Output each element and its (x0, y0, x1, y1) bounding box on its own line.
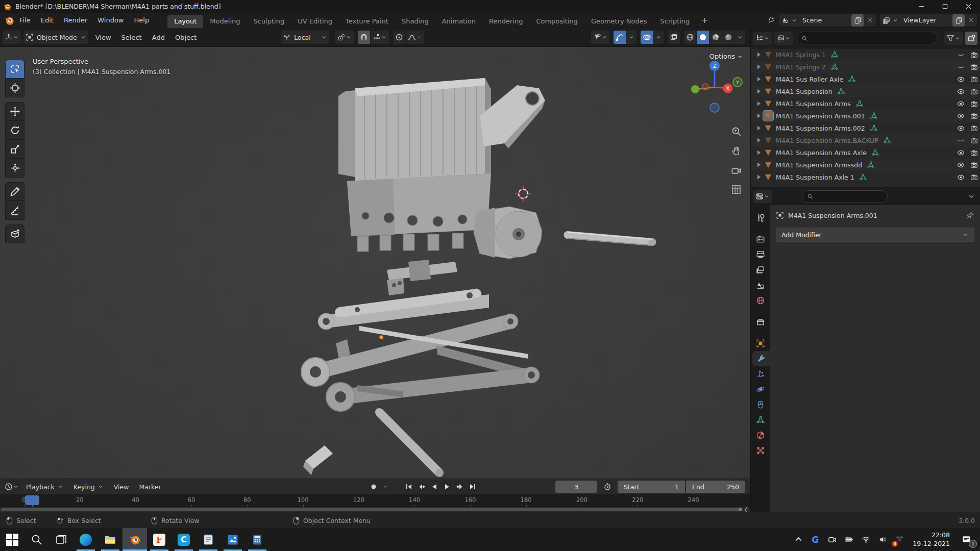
taskbar-search[interactable] (24, 528, 49, 551)
viewlayer-copy-button[interactable] (952, 14, 965, 27)
menu-help[interactable]: Help (129, 16, 155, 24)
taskbar-cura[interactable]: C (172, 528, 196, 551)
properties-tab-particles[interactable] (751, 366, 770, 382)
disable-render-toggle[interactable] (967, 124, 980, 132)
properties-tab-scene[interactable] (751, 278, 770, 293)
tool-rotate[interactable] (5, 121, 24, 140)
preview-range-toggle[interactable] (601, 480, 614, 493)
viewlayer-remove-button[interactable] (965, 14, 977, 27)
viewport-menu-add[interactable]: Add (147, 34, 170, 41)
viewlayer-name[interactable]: ViewLayer (898, 16, 952, 24)
outliner-row[interactable]: M4A1 Suspension Armssdd (751, 159, 980, 171)
taskbar-task-view[interactable] (49, 528, 74, 551)
scene-name[interactable]: Scene (797, 16, 851, 24)
expand-arrow-icon[interactable] (755, 99, 763, 108)
tool-add-cube[interactable] (5, 224, 24, 243)
taskbar-file-explorer[interactable] (98, 528, 122, 551)
properties-tab-physics[interactable] (751, 382, 770, 397)
xray-toggle[interactable] (668, 31, 680, 44)
snap-toggle[interactable] (358, 31, 370, 44)
tool-measure[interactable] (5, 201, 24, 220)
jump-to-end-button[interactable] (467, 480, 479, 493)
toggle-ortho-button[interactable] (728, 182, 744, 197)
expand-arrow-icon[interactable] (755, 136, 763, 144)
expand-arrow-icon[interactable] (755, 148, 763, 157)
tab-shading[interactable]: Shading (395, 15, 435, 28)
object-name[interactable]: M4A1 Suspension Arms Axle (776, 149, 867, 157)
minimize-button[interactable] (910, 0, 933, 13)
object-name[interactable]: M4A1 Sus Roller Axle (776, 76, 843, 83)
outliner-editor-selector[interactable] (753, 32, 772, 45)
hide-viewport-toggle[interactable] (954, 161, 967, 169)
properties-tab-render[interactable] (751, 232, 770, 247)
expand-arrow-icon[interactable] (755, 112, 763, 120)
jump-to-start-button[interactable] (403, 480, 415, 493)
timeline-menu-marker[interactable]: Marker (134, 483, 166, 491)
expand-arrow-icon[interactable] (755, 124, 763, 132)
properties-tab-object[interactable] (751, 336, 770, 351)
scene-unlink-button[interactable] (864, 14, 876, 27)
3d-viewport[interactable]: Object Mode ViewSelectAddObject Local (0, 28, 750, 479)
play-reverse-button[interactable] (428, 480, 440, 493)
taskbar-notepad[interactable] (196, 528, 220, 551)
overlays-settings[interactable] (653, 31, 664, 44)
autokey-settings[interactable] (380, 480, 390, 493)
pan-view-button[interactable] (728, 143, 744, 159)
object-name[interactable]: M4A1 Suspension (776, 88, 832, 95)
volume-icon[interactable] (876, 528, 889, 551)
next-keyframe-button[interactable] (454, 480, 466, 493)
outliner-row[interactable]: M4A1 Suspension Arms.BACKUP (751, 134, 980, 146)
navigation-gizmo[interactable]: Z X Y (685, 58, 744, 117)
outliner-row[interactable]: M4A1 Suspension Arms.001 (751, 110, 980, 122)
expand-arrow-icon[interactable] (755, 51, 763, 59)
disable-render-toggle[interactable] (967, 173, 980, 181)
dropbox-icon[interactable]: 4 (893, 528, 906, 551)
timeline-ruler[interactable]: 020406080100120140160180200220240 (0, 494, 750, 507)
disable-render-toggle[interactable] (967, 149, 980, 157)
hide-viewport-toggle-off[interactable] (954, 51, 967, 59)
scene-copy-button[interactable] (851, 14, 864, 27)
tool-move[interactable] (5, 102, 24, 121)
timeline-menu-playback[interactable]: Playback (21, 483, 68, 491)
menu-window[interactable]: Window (92, 16, 129, 24)
shading-wireframe-button[interactable] (684, 31, 696, 44)
taskbar-fusion-360[interactable]: F (147, 528, 172, 551)
expand-arrow-icon[interactable] (755, 87, 763, 95)
tab-sculpting[interactable]: Sculpting (247, 15, 291, 28)
current-frame-field[interactable]: 3 (555, 481, 597, 493)
mode-selector[interactable]: Object Mode (23, 31, 88, 44)
properties-tab-output[interactable] (751, 247, 770, 262)
tab-geometry-nodes[interactable]: Geometry Nodes (584, 15, 654, 28)
properties-tab-texture[interactable] (751, 443, 770, 458)
wifi-icon[interactable] (859, 528, 872, 551)
disable-render-toggle[interactable] (967, 63, 980, 71)
meet-now-icon[interactable] (825, 528, 839, 551)
shading-material-button[interactable] (709, 31, 722, 44)
object-name[interactable]: M4A1 Suspension Axle 1 (776, 173, 854, 181)
timeline-scrollbar[interactable] (1, 508, 740, 511)
properties-search-input[interactable] (802, 190, 888, 203)
transform-orientation-selector[interactable]: Local (281, 31, 329, 44)
prev-keyframe-button[interactable] (415, 480, 428, 493)
properties-tab-tool[interactable] (751, 210, 770, 226)
tool-scale[interactable] (5, 140, 24, 159)
chevron-down-icon[interactable] (791, 17, 797, 23)
expand-arrow-icon[interactable] (755, 63, 763, 71)
tab-rendering[interactable]: Rendering (482, 15, 529, 28)
tool-annotate[interactable] (5, 182, 24, 201)
properties-tab-view-layer[interactable] (751, 262, 770, 278)
tool-cursor[interactable] (5, 79, 24, 97)
properties-options-chevron[interactable] (967, 192, 975, 201)
tool-select-box[interactable] (5, 60, 24, 79)
pin-icon[interactable] (966, 211, 974, 219)
tab-animation[interactable]: Animation (435, 15, 482, 28)
outliner-row[interactable]: M4A1 Suspension (751, 85, 980, 97)
google-icon[interactable]: G (808, 528, 822, 551)
properties-tab-modifiers[interactable] (752, 351, 770, 366)
outliner-row[interactable]: M4A1 Suspension Arms (751, 97, 980, 110)
play-button[interactable] (441, 480, 453, 493)
tab-compositing[interactable]: Compositing (529, 15, 584, 28)
screen-layout-icon[interactable] (767, 16, 775, 24)
hide-viewport-toggle[interactable] (954, 173, 967, 181)
outliner-row[interactable]: M4A1 Suspension Arms Axle (751, 146, 980, 159)
